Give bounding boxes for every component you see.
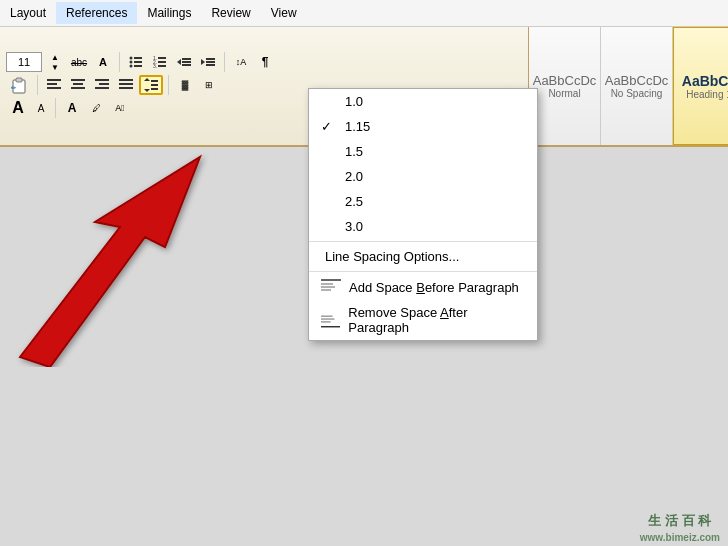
align-left-btn[interactable] [43, 75, 65, 95]
increase-indent-icon [201, 55, 215, 69]
borders-btn[interactable]: ⊞ [198, 75, 220, 95]
font-style-btn[interactable]: A [92, 52, 114, 72]
align-right-btn[interactable] [91, 75, 113, 95]
show-para-btn[interactable]: ¶ [254, 52, 276, 72]
style-normal[interactable]: AaBbCcDc Normal [529, 27, 601, 145]
sep5 [55, 98, 56, 118]
svg-marker-48 [20, 157, 200, 367]
align-center-icon [71, 79, 85, 91]
font-size-decrease[interactable]: ▼ [44, 62, 66, 72]
svg-rect-26 [71, 79, 85, 81]
svg-rect-31 [95, 87, 109, 89]
style-no-spacing[interactable]: AaBbCcDc No Spacing [601, 27, 673, 145]
font-size-input[interactable] [6, 52, 42, 72]
strikethrough-btn[interactable]: abc [68, 52, 90, 72]
sep4 [168, 75, 169, 95]
spacing-2-0[interactable]: 2.0 [309, 164, 537, 189]
style-heading1[interactable]: AaBbCc Heading 1 [673, 27, 728, 145]
menu-bar: Layout References Mailings Review View [0, 0, 728, 27]
small-a-btn[interactable]: A [32, 98, 50, 118]
add-space-before[interactable]: Add Space Before Paragraph [309, 274, 537, 300]
spacing-1-0[interactable]: 1.0 [309, 89, 537, 114]
spacing-3-0[interactable]: 3.0 [309, 214, 537, 239]
svg-rect-19 [206, 64, 215, 66]
clipboard-btn[interactable]: ✏ [6, 75, 32, 95]
spacing-1-15[interactable]: 1.15 [309, 114, 537, 139]
svg-rect-24 [47, 83, 57, 85]
svg-rect-23 [47, 79, 61, 81]
svg-point-2 [130, 61, 133, 64]
dropdown-divider2 [309, 271, 537, 272]
remove-space-after[interactable]: Remove Space After Paragraph [309, 300, 537, 340]
line-spacing-icon [143, 77, 159, 93]
svg-rect-30 [99, 83, 109, 85]
add-space-before-label: Add Space Before Paragraph [349, 280, 519, 295]
svg-rect-28 [71, 87, 85, 89]
sort-btn[interactable]: ↕A [230, 52, 252, 72]
sep3 [37, 75, 38, 95]
align-left-icon [47, 79, 61, 91]
menu-review[interactable]: Review [201, 2, 260, 24]
line-spacing-btn[interactable] [139, 75, 163, 95]
style-no-spacing-preview: AaBbCcDc [605, 73, 669, 88]
svg-rect-15 [182, 64, 191, 66]
svg-rect-25 [47, 87, 61, 89]
style-heading1-label: Heading 1 [686, 89, 728, 100]
shading-btn[interactable]: ▓ [174, 75, 196, 95]
decrease-indent-btn[interactable] [173, 52, 195, 72]
style-normal-label: Normal [548, 88, 580, 99]
align-center-btn[interactable] [67, 75, 89, 95]
svg-rect-14 [182, 61, 191, 63]
remove-space-after-icon [321, 312, 340, 328]
svg-rect-29 [95, 79, 109, 81]
svg-rect-11 [158, 65, 166, 67]
decrease-indent-icon [177, 55, 191, 69]
watermark-line1: 生 活 百 科 [640, 511, 720, 531]
svg-rect-33 [119, 83, 133, 85]
svg-rect-38 [151, 84, 158, 86]
svg-rect-34 [119, 87, 133, 89]
dropdown-divider1 [309, 241, 537, 242]
line-spacing-options[interactable]: Line Spacing Options... [309, 244, 537, 269]
increase-indent-btn[interactable] [197, 52, 219, 72]
menu-layout[interactable]: Layout [0, 2, 56, 24]
svg-marker-35 [144, 78, 150, 81]
big-a-btn[interactable]: A [6, 98, 30, 118]
font-size-increase[interactable]: ▲ [44, 52, 66, 62]
svg-rect-7 [158, 57, 166, 59]
style-normal-preview: AaBbCcDc [533, 73, 597, 88]
svg-rect-39 [151, 88, 158, 90]
unordered-list-btn[interactable] [125, 52, 147, 72]
highlight-btn[interactable]: 🖊 [85, 98, 107, 118]
style-no-spacing-label: No Spacing [611, 88, 663, 99]
menu-view[interactable]: View [261, 2, 307, 24]
spacing-2-5[interactable]: 2.5 [309, 189, 537, 214]
style-gallery: AaBbCcDc Normal AaBbCcDc No Spacing AaBb… [528, 27, 728, 145]
svg-rect-1 [134, 57, 142, 59]
align-right-icon [95, 79, 109, 91]
svg-rect-9 [158, 61, 166, 63]
spacing-1-5[interactable]: 1.5 [309, 139, 537, 164]
svg-point-0 [130, 57, 133, 60]
svg-point-4 [130, 65, 133, 68]
font-color-btn[interactable]: A [61, 98, 83, 118]
svg-rect-3 [134, 61, 142, 63]
svg-rect-32 [119, 79, 133, 81]
justify-btn[interactable] [115, 75, 137, 95]
ordered-list-icon: 1. 2. 3. [153, 55, 167, 69]
menu-mailings[interactable]: Mailings [137, 2, 201, 24]
svg-text:3.: 3. [153, 63, 157, 69]
clipboard-icon: ✏ [10, 76, 28, 94]
ordered-list-btn[interactable]: 1. 2. 3. [149, 52, 171, 72]
svg-marker-36 [144, 89, 150, 92]
svg-rect-5 [134, 65, 142, 67]
sep1 [119, 52, 120, 72]
line-spacing-dropdown: 1.0 1.15 1.5 2.0 2.5 3.0 Line Spacing Op… [308, 88, 538, 341]
svg-rect-17 [206, 58, 215, 60]
text-effects-btn[interactable]: A⃣ [109, 98, 131, 118]
svg-marker-16 [201, 59, 205, 65]
svg-rect-21 [16, 78, 22, 82]
watermark: 生 活 百 科 www.bimeiz.com [640, 511, 720, 546]
svg-rect-27 [73, 83, 83, 85]
menu-references[interactable]: References [56, 2, 137, 24]
